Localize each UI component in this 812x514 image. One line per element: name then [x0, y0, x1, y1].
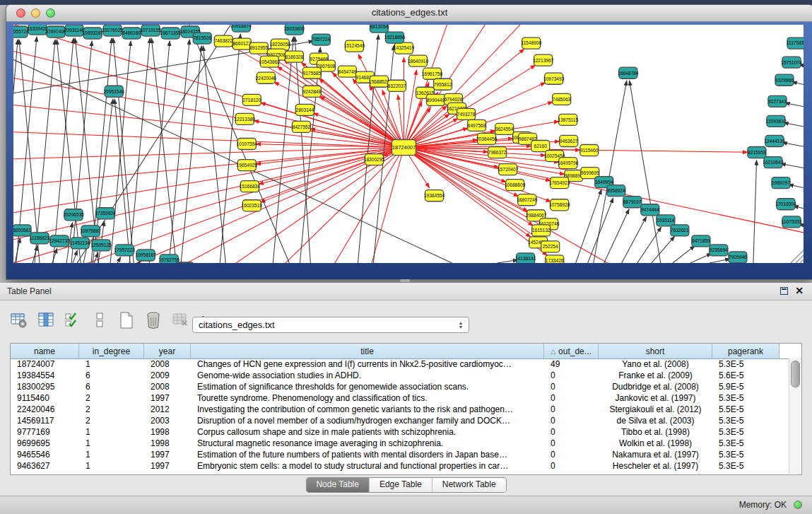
table-row[interactable]: 1872400712008Changes of HCN gene express…: [11, 358, 789, 370]
network-node[interactable]: 7463822: [214, 35, 233, 47]
network-node[interactable]: 20206535: [63, 209, 84, 221]
table-cell[interactable]: 2008: [144, 381, 191, 392]
network-node[interactable]: 8813054: [370, 25, 388, 33]
network-node[interactable]: 16961758: [422, 68, 443, 79]
table-row[interactable]: 2242004622012Investigating the contribut…: [11, 404, 789, 415]
table-cell[interactable]: 5.3E-5: [712, 415, 779, 426]
network-node[interactable]: 9255694: [710, 245, 728, 256]
table-cell[interactable]: Structural magnetic resonance image aver…: [191, 438, 544, 449]
table-cell[interactable]: Investigating the contribution of common…: [191, 404, 544, 415]
tab-network-table[interactable]: Network Table: [433, 478, 506, 492]
network-node[interactable]: 7955812: [434, 78, 452, 90]
table-cell[interactable]: 5.3E-5: [712, 449, 779, 460]
network-node[interactable]: 37691406: [45, 26, 66, 37]
table-cell[interactable]: 2: [79, 415, 144, 426]
network-node[interactable]: 8471859: [692, 235, 710, 247]
memory-status-icon[interactable]: [794, 501, 802, 509]
network-node[interactable]: 16023519: [242, 200, 263, 211]
network-node[interactable]: 20918874: [231, 25, 252, 32]
network-node[interactable]: 18724007: [392, 139, 416, 155]
network-node[interactable]: 15276025: [102, 25, 123, 36]
network-node[interactable]: 19384554: [424, 190, 445, 201]
table-cell[interactable]: de Silva et al. (2003): [599, 415, 712, 426]
table-cell[interactable]: Corpus callosum shape and size in male p…: [191, 426, 544, 438]
network-node[interactable]: 11451134: [70, 238, 90, 249]
network-node[interactable]: 9115460: [580, 145, 599, 156]
network-node[interactable]: 10653287: [82, 28, 103, 39]
column-header-year[interactable]: year: [144, 344, 191, 358]
table-cell[interactable]: 2009: [144, 370, 191, 381]
table-cell[interactable]: Stergiakouli et al. (2012): [599, 404, 712, 415]
network-node[interactable]: 2803144: [295, 104, 314, 115]
network-node[interactable]: 8958924: [607, 185, 625, 197]
network-node[interactable]: 15124549: [344, 40, 365, 52]
network-node[interactable]: 11675333: [782, 216, 802, 228]
new-table-icon[interactable]: [117, 311, 136, 329]
network-node[interactable]: 1733426: [546, 255, 564, 263]
column-header-in_degree[interactable]: in_degree: [79, 344, 144, 358]
column-header-name[interactable]: name: [11, 344, 79, 358]
table-cell[interactable]: 0: [544, 438, 599, 449]
table-cell[interactable]: Tibbo et al. (1998): [599, 426, 712, 438]
column-header-short[interactable]: short: [599, 344, 712, 358]
table-cell[interactable]: 49: [544, 358, 599, 370]
network-node[interactable]: 20953346: [103, 86, 124, 97]
unselect-all-icon[interactable]: [90, 311, 109, 329]
table-cell[interactable]: 1: [79, 426, 144, 438]
table-cell[interactable]: 1: [79, 358, 144, 370]
table-cell[interactable]: Estimation of significance thresholds fo…: [191, 381, 544, 392]
table-cell[interactable]: 5.3E-5: [712, 426, 779, 438]
network-node[interactable]: 16495796: [558, 158, 579, 169]
network-node[interactable]: 15166834: [240, 181, 261, 192]
table-cell[interactable]: 0: [544, 392, 599, 404]
table-cell[interactable]: 1997: [144, 392, 191, 404]
network-node[interactable]: 16782759: [159, 255, 180, 263]
network-node[interactable]: 18807249: [517, 194, 538, 206]
table-cell[interactable]: 6: [79, 370, 144, 381]
vertical-scrollbar[interactable]: [789, 358, 801, 474]
network-node[interactable]: 12213389: [235, 113, 256, 124]
network-node[interactable]: 2718120: [242, 94, 261, 105]
network-node[interactable]: 8427552: [292, 121, 310, 132]
table-cell[interactable]: 1: [79, 449, 144, 460]
network-node[interactable]: 10543862: [259, 56, 281, 67]
table-cell[interactable]: Genome-wide association studies in ADHD.: [191, 370, 544, 381]
network-node[interactable]: 10719155: [140, 25, 161, 36]
table-cell[interactable]: Wolkin et al. (1998): [599, 438, 712, 449]
table-cell[interactable]: 2: [79, 392, 144, 404]
network-node[interactable]: 8454749: [338, 66, 356, 77]
panel-divider-grip[interactable]: [400, 279, 410, 282]
network-node[interactable]: 19218896: [384, 32, 406, 43]
network-node[interactable]: 20364456: [476, 133, 498, 144]
table-selector-dropdown[interactable]: citations_edges.txt ▲▼: [192, 317, 469, 333]
network-node[interactable]: 8990448: [427, 94, 445, 105]
table-cell[interactable]: 6: [79, 381, 144, 392]
table-row[interactable]: 1830029562008Estimation of significance …: [11, 381, 789, 392]
network-node[interactable]: 9227343: [768, 95, 787, 107]
table-cell[interactable]: 5.5E-5: [712, 404, 779, 415]
table-cell[interactable]: 5.9E-5: [712, 381, 779, 392]
network-node[interactable]: 7815526: [193, 33, 211, 44]
table-cell[interactable]: Jankovic et al. (1997): [599, 392, 712, 404]
network-node[interactable]: 8186328: [285, 51, 303, 62]
table-cell[interactable]: 1998: [144, 438, 191, 449]
table-cell[interactable]: Hescheler et al. (1997): [599, 460, 712, 472]
column-header-pagerank[interactable]: pagerank: [712, 344, 779, 358]
network-node[interactable]: 9242848: [302, 86, 321, 97]
network-node[interactable]: 9463627: [560, 135, 578, 146]
table-cell[interactable]: 2003: [144, 415, 191, 426]
network-node[interactable]: 12942737: [49, 235, 70, 247]
network-node[interactable]: 12920847: [175, 262, 196, 263]
network-node[interactable]: 10107554: [237, 138, 258, 149]
table-cell[interactable]: 1998: [144, 426, 191, 438]
table-cell[interactable]: 1: [79, 460, 144, 472]
network-node[interactable]: 16671355: [160, 28, 182, 39]
table-cell[interactable]: 2012: [144, 404, 191, 415]
network-node[interactable]: 7905946: [729, 252, 747, 263]
table-cell[interactable]: Disruption of a novel member of a sodium…: [191, 415, 544, 426]
network-node[interactable]: 16648784: [618, 67, 639, 78]
table-cell[interactable]: 5.3E-5: [712, 460, 779, 472]
table-cell[interactable]: Franke et al. (2009): [599, 370, 712, 381]
network-node[interactable]: 10973493: [543, 73, 565, 84]
table-cell[interactable]: 0: [544, 415, 599, 426]
